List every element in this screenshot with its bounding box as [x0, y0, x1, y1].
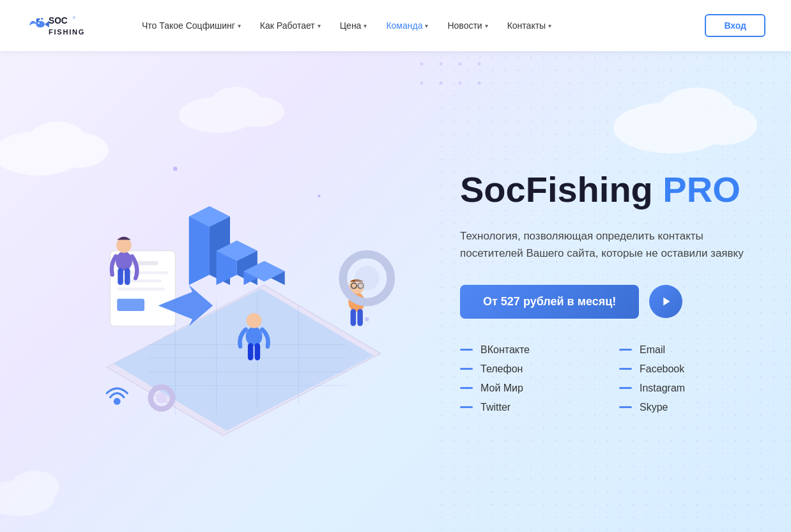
feature-dash: [619, 406, 632, 408]
feature-email: Email: [619, 344, 753, 356]
svg-text:®: ®: [73, 16, 76, 20]
feature-dash: [460, 349, 473, 351]
svg-point-62: [365, 317, 369, 321]
svg-rect-37: [117, 279, 162, 282]
svg-point-55: [114, 398, 121, 405]
svg-point-59: [355, 266, 380, 291]
feature-twitter: Twitter: [460, 402, 594, 413]
chevron-down-icon: ▾: [485, 22, 488, 29]
features-grid: ВКонтакте Email Телефон Facebook Мой Мир…: [460, 344, 753, 413]
hero-content: SocFishing PRO Технология, позволяющая о…: [434, 51, 791, 532]
feature-phone: Телефон: [460, 363, 594, 375]
feature-dash: [460, 368, 473, 370]
nav-item-how[interactable]: Как Работает ▾: [252, 15, 328, 36]
feature-facebook: Facebook: [619, 363, 753, 375]
hero-illustration: [0, 51, 434, 532]
nav-item-team[interactable]: Команда ▾: [378, 15, 436, 36]
svg-text:SOC: SOC: [49, 16, 68, 26]
svg-point-40: [116, 251, 132, 270]
navbar: SOC ® FISHING Что Такое Соцфишинг ▾ Как …: [0, 0, 791, 51]
play-icon: [659, 294, 673, 308]
svg-point-52: [247, 313, 262, 328]
svg-rect-38: [117, 287, 165, 290]
feature-dash: [460, 387, 473, 389]
hero-section: SocFishing PRO Технология, позволяющая о…: [0, 0, 791, 532]
feature-dash: [619, 387, 632, 389]
nav-item-news[interactable]: Новости ▾: [440, 15, 495, 36]
svg-point-1: [38, 22, 40, 24]
cta-arrow-button[interactable]: [649, 285, 682, 318]
chevron-down-icon: ▾: [425, 22, 428, 29]
login-button[interactable]: Вход: [705, 14, 765, 37]
chevron-down-icon: ▾: [318, 22, 321, 29]
svg-point-41: [116, 238, 132, 253]
svg-rect-53: [248, 343, 254, 360]
svg-point-60: [173, 166, 177, 170]
svg-rect-43: [125, 268, 130, 285]
hero-subtitle: Технология, позволяющая определить конта…: [460, 227, 753, 262]
feature-skype: Skype: [619, 402, 753, 413]
nav-links: Что Такое Соцфишинг ▾ Как Работает ▾ Цен…: [134, 15, 705, 36]
nav-item-contacts[interactable]: Контакты ▾: [500, 15, 559, 36]
feature-dash: [460, 406, 473, 408]
svg-rect-49: [351, 308, 357, 326]
svg-text:FISHING: FISHING: [49, 28, 85, 36]
svg-rect-39: [117, 298, 144, 310]
svg-point-61: [318, 194, 320, 197]
svg-rect-54: [255, 343, 261, 360]
svg-point-2: [41, 17, 43, 19]
hero-cta-group: От 527 рублей в месяц!: [460, 285, 753, 319]
svg-point-51: [246, 326, 263, 346]
chevron-down-icon: ▾: [364, 22, 367, 29]
feature-moimir: Мой Мир: [460, 383, 594, 394]
nav-item-what[interactable]: Что Такое Соцфишинг ▾: [134, 15, 249, 36]
chevron-down-icon: ▾: [238, 22, 241, 29]
feature-dash: [619, 368, 632, 370]
feature-instagram: Instagram: [619, 383, 753, 394]
cta-button[interactable]: От 527 рублей в месяц!: [460, 285, 639, 319]
svg-point-0: [36, 20, 45, 27]
chevron-down-icon: ▾: [548, 22, 551, 29]
svg-rect-42: [118, 268, 123, 285]
feature-vkontakte: ВКонтакте: [460, 344, 594, 356]
hero-title: SocFishing PRO: [460, 170, 753, 209]
svg-point-57: [156, 392, 167, 403]
logo[interactable]: SOC ® FISHING: [26, 8, 102, 43]
svg-rect-50: [357, 308, 363, 326]
feature-dash: [619, 349, 632, 351]
nav-item-price[interactable]: Цена ▾: [332, 15, 375, 36]
